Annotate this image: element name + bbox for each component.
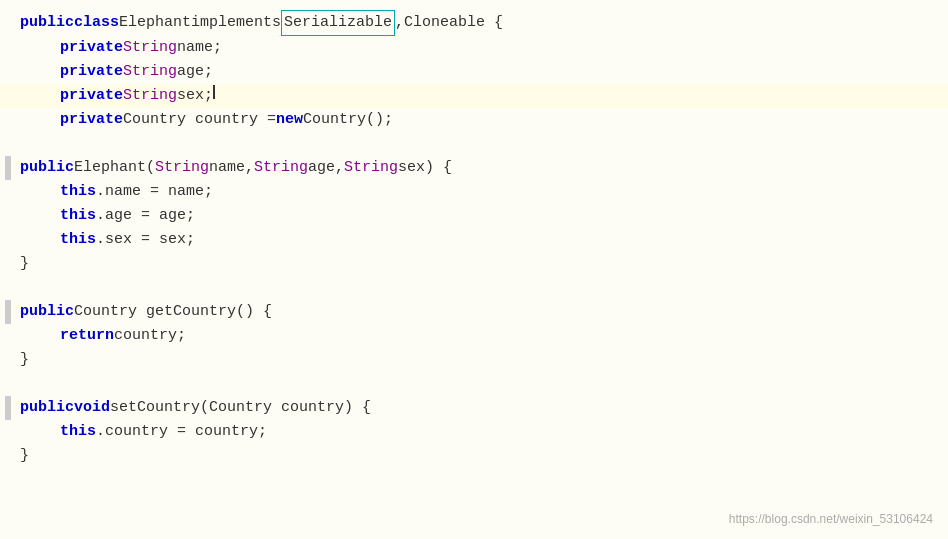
space: Elephant — [119, 11, 191, 35]
type-string-4: String — [155, 156, 209, 180]
keyword-public-4: public — [20, 396, 74, 420]
type-string-6: String — [344, 156, 398, 180]
keyword-new: new — [276, 108, 303, 132]
keyword-private-3: private — [60, 84, 123, 108]
keyword-public-1: public — [20, 11, 74, 35]
keyword-private-2: private — [60, 60, 123, 84]
close-brace-3: } — [20, 444, 29, 468]
serializable-highlighted: Serializable — [281, 10, 395, 36]
dot-country: .country = country; — [96, 420, 267, 444]
code-line-2: private String name; — [0, 36, 948, 60]
keyword-implements: implements — [191, 11, 281, 35]
keyword-private-4: private — [60, 108, 123, 132]
close-brace-1: } — [20, 252, 29, 276]
code-line-11: } — [0, 252, 948, 276]
code-line-14: return country; — [0, 324, 948, 348]
code-line-1: public class Elephant implements Seriali… — [0, 10, 948, 36]
keyword-private-1: private — [60, 36, 123, 60]
param-sex: sex) { — [398, 156, 452, 180]
return-country: country; — [114, 324, 186, 348]
this-keyword-3: this — [60, 228, 96, 252]
watermark: https://blog.csdn.net/weixin_53106424 — [729, 510, 933, 529]
code-line-6-empty — [0, 132, 948, 156]
getcountry-decl: Country getCountry() { — [74, 300, 272, 324]
code-line-9: this .age = age; — [0, 204, 948, 228]
code-line-13: public Country getCountry() { — [0, 300, 948, 324]
code-line-4: private String sex; — [0, 84, 948, 108]
code-line-8: this .name = name; — [0, 180, 948, 204]
keyword-public-2: public — [20, 156, 74, 180]
this-keyword-2: this — [60, 204, 96, 228]
code-line-7: public Elephant( String name, String age… — [0, 156, 948, 180]
this-keyword-1: this — [60, 180, 96, 204]
keyword-class: class — [74, 11, 119, 35]
dot-name: .name = name; — [96, 180, 213, 204]
keyword-public-3: public — [20, 300, 74, 324]
dot-sex: .sex = sex; — [96, 228, 195, 252]
close-brace-2: } — [20, 348, 29, 372]
code-line-15: } — [0, 348, 948, 372]
code-line-19: } — [0, 444, 948, 468]
type-string-1: String — [123, 36, 177, 60]
code-editor: public class Elephant implements Seriali… — [0, 0, 948, 539]
code-line-17: public void setCountry(Country country) … — [0, 396, 948, 420]
space: Country country = — [123, 108, 276, 132]
var-sex: sex; — [177, 84, 213, 108]
keyword-return-1: return — [60, 324, 114, 348]
code-line-10: this .sex = sex; — [0, 228, 948, 252]
code-line-3: private String age; — [0, 60, 948, 84]
text-cursor — [213, 85, 215, 99]
keyword-void: void — [74, 396, 110, 420]
code-line-18: this .country = country; — [0, 420, 948, 444]
setcountry-decl: setCountry(Country country) { — [110, 396, 371, 420]
param-age: age, — [308, 156, 344, 180]
var-age: age; — [177, 60, 213, 84]
space: Elephant( — [74, 156, 155, 180]
this-keyword-4: this — [60, 420, 96, 444]
dot-age: .age = age; — [96, 204, 195, 228]
type-string-2: String — [123, 60, 177, 84]
type-string-5: String — [254, 156, 308, 180]
param-name: name, — [209, 156, 254, 180]
code-line-5: private Country country = new Country(); — [0, 108, 948, 132]
comma-cloneable: ,Cloneable { — [395, 11, 503, 35]
code-line-16-empty — [0, 372, 948, 396]
country-constructor: Country(); — [303, 108, 393, 132]
type-string-3: String — [123, 84, 177, 108]
var-name: name; — [177, 36, 222, 60]
code-line-12-empty — [0, 276, 948, 300]
